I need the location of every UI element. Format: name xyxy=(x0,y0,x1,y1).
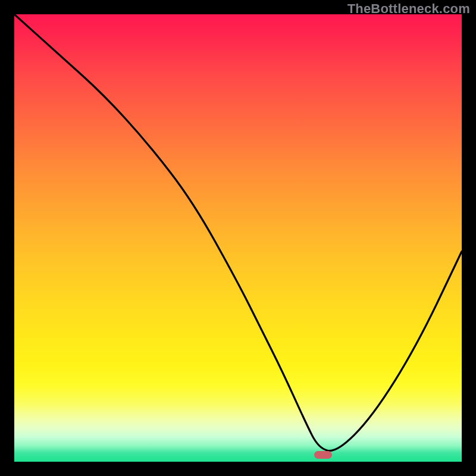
chart-plot-area xyxy=(14,14,462,462)
optimal-point-marker xyxy=(314,451,332,459)
bottleneck-curve xyxy=(14,14,462,462)
